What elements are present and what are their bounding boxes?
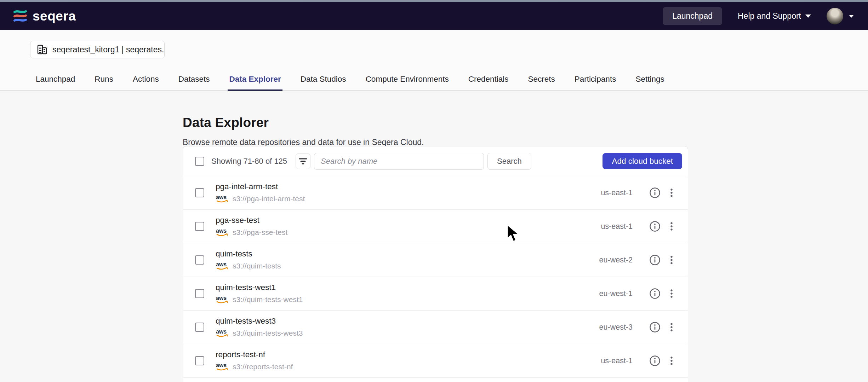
workspace-tab[interactable]: Datasets: [177, 75, 211, 91]
workspace-tab[interactable]: Data Explorer: [228, 75, 282, 91]
svg-text:aws: aws: [216, 329, 227, 335]
workspace-header: seqeratest_kitorg1 | seqerates... Launch…: [0, 30, 868, 91]
aws-icon: aws: [216, 328, 229, 338]
buckets-table: pga-intel-arm-test aws s3://pga-intel-ar…: [183, 176, 688, 378]
bucket-region: eu-west-1: [587, 289, 633, 298]
bucket-name[interactable]: pga-intel-arm-test: [216, 182, 587, 191]
info-icon: [649, 187, 661, 199]
buckets-toolbar: Showing 71-80 of 125 Search Add cloud bu…: [183, 146, 688, 176]
row-checkbox[interactable]: [195, 188, 204, 197]
svg-text:aws: aws: [216, 295, 227, 301]
user-menu[interactable]: [827, 8, 854, 24]
avatar: [827, 8, 843, 24]
aws-icon: aws: [216, 227, 229, 237]
row-menu-button[interactable]: [667, 321, 676, 333]
chevron-down-icon: [805, 15, 811, 18]
seqera-logo[interactable]: seqera: [13, 9, 76, 24]
aws-icon: aws: [216, 295, 229, 304]
workspace-tab[interactable]: Secrets: [527, 75, 556, 91]
bucket-info: quim-tests aws s3://quim-tests: [216, 249, 587, 271]
row-checkbox[interactable]: [195, 255, 204, 265]
page-header: Data Explorer Browse remote data reposit…: [183, 115, 868, 147]
bucket-row[interactable]: pga-sse-test aws s3://pga-sse-test us-ea…: [183, 210, 688, 243]
bucket-row[interactable]: reports-test-nf aws s3://reports-test-nf…: [183, 344, 688, 378]
bucket-row[interactable]: quim-tests-west1 aws s3://quim-tests-wes…: [183, 277, 688, 311]
aws-icon: aws: [216, 261, 229, 271]
aws-icon: aws: [216, 194, 229, 203]
workspace-tab[interactable]: Compute Environments: [364, 75, 450, 91]
filter-button[interactable]: [296, 154, 310, 169]
workspace-tabs: Launchpad Runs Actions Datasets Data Exp…: [34, 75, 868, 90]
info-button[interactable]: [649, 355, 661, 367]
workspace-tab[interactable]: Actions: [131, 75, 160, 91]
seqera-logo-icon: [13, 9, 28, 24]
bucket-row[interactable]: quim-tests aws s3://quim-tests eu-west-2: [183, 243, 688, 277]
bucket-info: pga-sse-test aws s3://pga-sse-test: [216, 216, 587, 237]
select-all-checkbox[interactable]: [195, 157, 204, 166]
info-button[interactable]: [649, 288, 661, 300]
bucket-uri: s3://quim-tests-west3: [233, 329, 303, 337]
filter-icon: [299, 157, 307, 165]
bucket-name[interactable]: quim-tests-west1: [216, 283, 587, 292]
add-cloud-bucket-button[interactable]: Add cloud bucket: [603, 153, 682, 169]
bucket-name[interactable]: reports-test-nf: [216, 350, 587, 359]
bucket-region: eu-west-2: [587, 256, 633, 265]
bucket-name[interactable]: pga-sse-test: [216, 216, 587, 225]
workspace-tab[interactable]: Runs: [93, 75, 115, 91]
search-button[interactable]: Search: [487, 153, 531, 170]
bucket-row[interactable]: quim-tests-west3 aws s3://quim-tests-wes…: [183, 311, 688, 344]
info-icon: [649, 288, 661, 300]
bucket-region: us-east-1: [587, 189, 633, 197]
page-title: Data Explorer: [183, 115, 868, 130]
page-subtitle: Browse remote data repositories and data…: [183, 138, 868, 147]
row-checkbox[interactable]: [195, 222, 204, 231]
row-menu-button[interactable]: [667, 288, 676, 300]
row-menu-button[interactable]: [667, 355, 676, 367]
svg-text:aws: aws: [216, 194, 227, 200]
workspace-selector[interactable]: seqeratest_kitorg1 | seqerates...: [30, 41, 165, 58]
info-button[interactable]: [649, 321, 661, 333]
row-checkbox[interactable]: [195, 356, 204, 365]
bucket-region: us-east-1: [587, 222, 633, 231]
bucket-region: eu-west-3: [587, 323, 633, 332]
info-button[interactable]: [649, 187, 661, 199]
row-menu-button[interactable]: [667, 254, 676, 266]
kebab-menu-icon: [667, 355, 676, 367]
buckets-card: Showing 71-80 of 125 Search Add cloud bu…: [183, 146, 688, 382]
info-icon: [649, 321, 661, 333]
bucket-row[interactable]: pga-intel-arm-test aws s3://pga-intel-ar…: [183, 176, 688, 210]
launchpad-button[interactable]: Launchpad: [663, 7, 722, 25]
kebab-menu-icon: [667, 288, 676, 300]
info-icon: [649, 355, 661, 367]
info-icon: [649, 220, 661, 232]
workspace-tab[interactable]: Participants: [573, 75, 618, 91]
bucket-info: pga-intel-arm-test aws s3://pga-intel-ar…: [216, 182, 587, 203]
bucket-name[interactable]: quim-tests: [216, 249, 587, 259]
top-navbar: seqera Launchpad Help and Support: [0, 2, 868, 30]
row-checkbox[interactable]: [195, 323, 204, 332]
kebab-menu-icon: [667, 187, 676, 199]
pagination-summary: Showing 71-80 of 125: [211, 157, 287, 166]
bucket-uri: s3://pga-sse-test: [233, 228, 287, 237]
info-button[interactable]: [649, 254, 661, 266]
bucket-region: us-east-1: [587, 357, 633, 365]
kebab-menu-icon: [667, 254, 676, 266]
organization-icon: [37, 44, 47, 55]
row-menu-button[interactable]: [667, 220, 676, 232]
workspace-tab[interactable]: Credentials: [467, 75, 510, 91]
bucket-uri: s3://quim-tests-west1: [233, 295, 303, 304]
bucket-uri: s3://pga-intel-arm-test: [233, 195, 305, 203]
row-checkbox[interactable]: [195, 289, 204, 298]
svg-text:aws: aws: [216, 261, 227, 267]
bucket-name[interactable]: quim-tests-west3: [216, 317, 587, 326]
search-input[interactable]: [314, 153, 484, 170]
info-button[interactable]: [649, 220, 661, 232]
help-and-support-menu[interactable]: Help and Support: [738, 11, 811, 21]
workspace-tab[interactable]: Launchpad: [34, 75, 76, 91]
row-menu-button[interactable]: [667, 187, 676, 199]
workspace-tab[interactable]: Settings: [634, 75, 666, 91]
workspace-tab[interactable]: Data Studios: [299, 75, 348, 91]
svg-text:aws: aws: [216, 228, 227, 234]
kebab-menu-icon: [667, 220, 676, 232]
bucket-info: quim-tests-west3 aws s3://quim-tests-wes…: [216, 317, 587, 338]
